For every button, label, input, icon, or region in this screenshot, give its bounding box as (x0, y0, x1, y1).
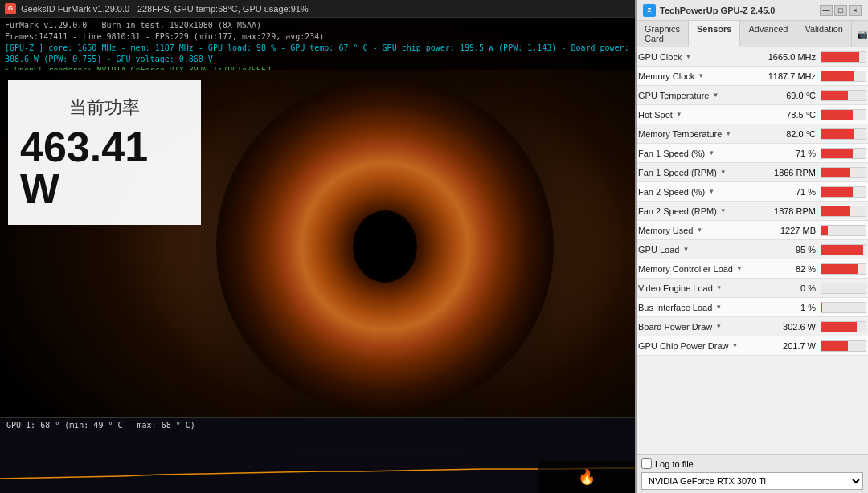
sensor-bar-13 (821, 303, 822, 312)
sensor-bar-15 (821, 341, 848, 351)
sensor-label-3: Hot Spot (638, 110, 673, 120)
sensor-label-15: GPU Chip Power Draw (638, 341, 728, 351)
sensor-value-13: 1 % (763, 303, 819, 312)
sensor-name-2: GPU Temperature ▼ (638, 91, 763, 100)
sensor-bar-container-12 (821, 283, 866, 294)
sensor-dropdown-11[interactable]: ▼ (736, 265, 743, 272)
sensor-label-2: GPU Temperature (638, 91, 709, 100)
sensor-label-9: Memory Used (638, 226, 693, 235)
sensor-value-14: 302.6 W (763, 322, 819, 332)
tab-advanced[interactable]: Advanced (740, 21, 796, 47)
furmark-watermark: 🔥 (538, 461, 635, 493)
sensor-dropdown-7[interactable]: ▼ (708, 188, 714, 195)
sensor-bar-container-4 (821, 128, 866, 140)
eye-iris (216, 78, 554, 415)
sensor-value-10: 95 % (763, 245, 819, 255)
sensor-bar-container-2 (821, 90, 866, 101)
sensor-name-6: Fan 1 Speed (RPM) ▼ (638, 168, 763, 177)
sensor-value-12: 0 % (763, 283, 819, 293)
sensor-value-3: 78.5 °C (763, 110, 819, 120)
sensor-row-1: Memory Clock ▼ 1187.7 MHz (637, 67, 868, 86)
sensor-dropdown-6[interactable]: ▼ (720, 169, 727, 176)
sensor-name-11: Memory Controller Load ▼ (638, 264, 763, 274)
sensor-value-4: 82.0 °C (763, 129, 819, 139)
gpuz-maximize-button[interactable]: □ (834, 5, 847, 16)
sensor-bar-container-13 (821, 302, 866, 313)
flame-icon: 🔥 (578, 468, 596, 486)
sensor-label-6: Fan 1 Speed (RPM) (638, 168, 717, 177)
sensor-bar-2 (821, 91, 848, 100)
sensor-bar-container-3 (821, 109, 866, 120)
sensor-row-6: Fan 1 Speed (RPM) ▼ 1866 RPM (637, 163, 868, 182)
gpuz-title-text: TechPowerUp GPU-Z 2.45.0 (660, 6, 775, 15)
log-line-2: Frames:147411 - time:9810:31 - FPS:229 (… (5, 31, 630, 43)
sensor-value-1: 1187.7 MHz (763, 71, 819, 81)
sensor-label-12: Video Engine Load (638, 283, 713, 293)
sensor-dropdown-9[interactable]: ▼ (696, 226, 702, 234)
sensor-label-5: Fan 1 Speed (%) (638, 149, 705, 158)
gpuz-app-icon: Z (643, 4, 656, 17)
sensor-name-15: GPU Chip Power Draw ▼ (638, 341, 763, 351)
sensor-dropdown-12[interactable]: ▼ (716, 284, 723, 291)
sensor-dropdown-5[interactable]: ▼ (708, 149, 714, 157)
graph-label: GPU 1: 68 ° (min: 49 ° C - max: 68 ° C) (6, 421, 195, 430)
sensor-row-13: Bus Interface Load ▼ 1 % (637, 298, 868, 317)
sensors-container: GPU Clock ▼ 1665.0 MHz Memory Clock ▼ 11… (637, 47, 868, 356)
tab-camera[interactable]: 📷 (852, 21, 868, 47)
sensor-dropdown-15[interactable]: ▼ (731, 342, 738, 349)
sensor-bar-container-11 (821, 263, 866, 275)
sensor-label-4: Memory Temperature (638, 129, 722, 139)
gpu-select-dropdown[interactable]: NVIDIA GeForce RTX 3070 Ti (641, 472, 863, 490)
tab-sensors[interactable]: Sensors (689, 21, 740, 47)
sensor-bar-11 (821, 264, 858, 274)
sensor-bar-7 (821, 187, 853, 197)
sensor-bar-0 (821, 52, 859, 62)
sensor-dropdown-10[interactable]: ▼ (682, 246, 689, 253)
sensor-dropdown-14[interactable]: ▼ (715, 323, 722, 330)
sensor-dropdown-1[interactable]: ▼ (698, 72, 704, 79)
sensor-name-5: Fan 1 Speed (%) ▼ (638, 149, 763, 158)
gpuz-close-button[interactable]: × (849, 5, 862, 16)
sensor-value-8: 1878 RPM (763, 206, 819, 216)
log-to-file-checkbox[interactable] (641, 458, 652, 469)
sensor-label-7: Fan 2 Speed (%) (638, 187, 705, 197)
sensor-bar-container-14 (821, 321, 866, 332)
sensor-value-7: 71 % (763, 187, 819, 197)
sensor-bar-container-6 (821, 167, 866, 178)
sensors-scroll-area[interactable]: GPU Clock ▼ 1665.0 MHz Memory Clock ▼ 11… (637, 47, 868, 401)
sensor-bar-9 (821, 226, 828, 235)
sensor-dropdown-2[interactable]: ▼ (712, 92, 719, 99)
sensor-label-14: Board Power Draw (638, 322, 712, 332)
sensor-dropdown-0[interactable]: ▼ (685, 53, 691, 60)
gpuz-minimize-button[interactable]: — (820, 5, 833, 16)
sensor-dropdown-13[interactable]: ▼ (715, 304, 722, 311)
sensor-dropdown-4[interactable]: ▼ (725, 130, 731, 137)
sensor-bar-5 (821, 149, 853, 158)
sensor-row-15: GPU Chip Power Draw ▼ 201.7 W (637, 336, 868, 356)
power-label: 当前功率 (69, 96, 140, 120)
sensor-name-3: Hot Spot ▼ (638, 110, 763, 120)
tab-validation[interactable]: Validation (796, 21, 852, 47)
sensor-bar-14 (821, 322, 857, 332)
sensor-name-10: GPU Load ▼ (638, 245, 763, 255)
tab-graphics-card[interactable]: Graphics Card (637, 21, 689, 47)
sensor-name-8: Fan 2 Speed (RPM) ▼ (638, 206, 763, 216)
log-line-4: > OpenGL renderer: NVIDIA GeForce RTX 30… (5, 65, 630, 70)
gpuz-panel: Z TechPowerUp GPU-Z 2.45.0 — □ × Graphic… (635, 0, 868, 493)
sensor-label-0: GPU Clock (638, 52, 682, 62)
sensor-value-11: 82 % (763, 264, 819, 274)
furmark-app-icon: G (5, 3, 16, 14)
sensor-name-13: Bus Interface Load ▼ (638, 303, 763, 312)
gpuz-window-controls[interactable]: — □ × (820, 5, 862, 16)
sensor-row-0: GPU Clock ▼ 1665.0 MHz (637, 47, 868, 67)
sensor-row-12: Video Engine Load ▼ 0 % (637, 279, 868, 298)
sensor-row-10: GPU Load ▼ 95 % (637, 240, 868, 259)
log-line-1: FurMark v1.29.0.0 - Burn-in test, 1920x1… (5, 20, 630, 31)
sensor-dropdown-3[interactable]: ▼ (676, 111, 682, 118)
log-area: FurMark v1.29.0.0 - Burn-in test, 1920x1… (0, 18, 635, 70)
sensor-value-2: 69.0 °C (763, 91, 819, 100)
sensor-name-12: Video Engine Load ▼ (638, 283, 763, 293)
sensor-bar-container-8 (821, 206, 866, 217)
sensor-dropdown-8[interactable]: ▼ (720, 207, 727, 214)
sensor-bar-container-9 (821, 225, 866, 236)
